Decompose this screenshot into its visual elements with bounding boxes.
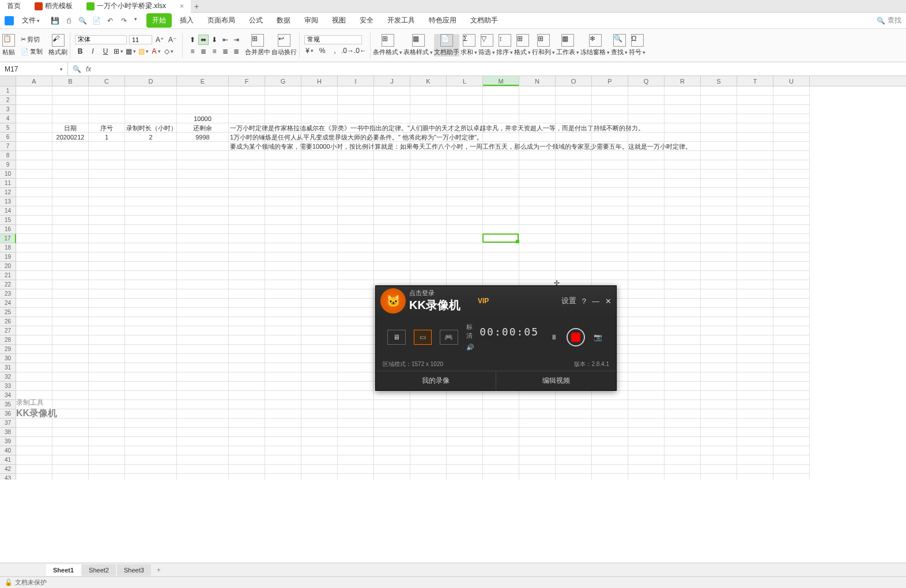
cell[interactable] (628, 474, 665, 480)
cell[interactable] (410, 225, 447, 234)
cell[interactable] (265, 363, 301, 372)
cell[interactable] (773, 160, 810, 169)
cell[interactable] (374, 243, 410, 252)
cell[interactable] (89, 409, 125, 419)
col-header-N[interactable]: N (519, 76, 556, 86)
redo-icon[interactable]: ↷ (119, 16, 129, 25)
recorder-vip-badge[interactable]: VIP (478, 297, 489, 305)
comma-icon[interactable]: , (330, 46, 340, 56)
spreadsheet-grid[interactable]: ABCDEFGHIJKLMNOPQRSTU 123456789101112131… (0, 76, 906, 480)
cell[interactable] (592, 437, 628, 446)
cell[interactable] (665, 271, 701, 280)
cell[interactable] (628, 419, 665, 428)
italic-button[interactable]: I (88, 46, 98, 56)
cell[interactable] (265, 336, 301, 345)
cell[interactable] (125, 299, 177, 308)
cell[interactable] (229, 234, 265, 243)
cell[interactable] (556, 142, 592, 151)
cell[interactable] (447, 188, 483, 197)
new-tab-button[interactable]: + (191, 2, 202, 11)
row-header-30[interactable]: 30 (0, 354, 16, 363)
cell[interactable] (125, 262, 177, 271)
cell[interactable] (229, 437, 265, 446)
cell[interactable] (592, 197, 628, 206)
cell[interactable] (592, 133, 628, 142)
row-header-22[interactable]: 22 (0, 280, 16, 289)
cell[interactable] (447, 455, 483, 465)
quick-dropdown[interactable]: ▾ (134, 16, 137, 25)
cell[interactable] (301, 437, 338, 446)
cell[interactable] (737, 465, 773, 474)
cell[interactable] (301, 336, 338, 345)
cell[interactable] (519, 114, 556, 123)
cell[interactable] (737, 96, 773, 105)
cell[interactable] (447, 419, 483, 428)
cell[interactable] (628, 326, 665, 336)
col-header-I[interactable]: I (338, 76, 374, 86)
cell[interactable] (229, 299, 265, 308)
row-header-19[interactable]: 19 (0, 252, 16, 262)
cell[interactable] (265, 105, 301, 114)
cell[interactable] (177, 142, 229, 151)
cell[interactable] (229, 345, 265, 354)
cell[interactable] (592, 271, 628, 280)
cell[interactable] (447, 474, 483, 480)
underline-button[interactable]: U (100, 46, 111, 56)
copy-button[interactable]: 📄复制 (18, 46, 45, 57)
cell[interactable] (125, 354, 177, 363)
cell[interactable] (410, 123, 447, 133)
cell[interactable] (773, 271, 810, 280)
cell[interactable] (125, 280, 177, 289)
cell[interactable] (89, 142, 125, 151)
cell[interactable] (301, 96, 338, 105)
cell[interactable] (177, 382, 229, 391)
cell[interactable] (52, 400, 89, 409)
col-header-O[interactable]: O (556, 76, 592, 86)
cell[interactable] (665, 336, 701, 345)
cell[interactable] (52, 336, 89, 345)
row-col-button[interactable]: ⊞行和列▾ (532, 34, 555, 56)
cell[interactable] (89, 382, 125, 391)
row-header-1[interactable]: 1 (0, 86, 16, 96)
row-header-20[interactable]: 20 (0, 262, 16, 271)
cell[interactable] (665, 400, 701, 409)
cell[interactable] (665, 299, 701, 308)
cell[interactable] (737, 133, 773, 142)
cell[interactable] (628, 271, 665, 280)
cell[interactable] (410, 179, 447, 188)
cell[interactable] (265, 216, 301, 225)
tab-template[interactable]: 稻壳模板 (28, 0, 80, 13)
cell[interactable] (773, 354, 810, 363)
cell[interactable] (628, 428, 665, 437)
cell[interactable] (628, 252, 665, 262)
cell[interactable] (89, 299, 125, 308)
cell[interactable] (447, 271, 483, 280)
cell-style-button[interactable]: ▦▾ (126, 46, 136, 56)
cell[interactable] (519, 86, 556, 96)
cell[interactable] (374, 262, 410, 271)
cell[interactable] (519, 409, 556, 419)
cell[interactable] (701, 428, 737, 437)
font-shrink-icon[interactable]: A⁻ (167, 35, 178, 45)
cell[interactable] (556, 169, 592, 179)
cell[interactable] (665, 437, 701, 446)
cell[interactable] (229, 289, 265, 299)
cell[interactable] (519, 160, 556, 169)
cell[interactable] (773, 225, 810, 234)
cell[interactable] (52, 105, 89, 114)
cell[interactable] (16, 326, 52, 336)
sheet-tab-3[interactable]: Sheet3 (117, 564, 151, 576)
cell[interactable] (265, 142, 301, 151)
cell[interactable] (701, 179, 737, 188)
row-header-9[interactable]: 9 (0, 160, 16, 169)
cell[interactable] (447, 179, 483, 188)
cell[interactable] (773, 382, 810, 391)
col-header-T[interactable]: T (737, 76, 773, 86)
cell[interactable] (338, 206, 374, 216)
cell[interactable] (16, 96, 52, 105)
cell[interactable] (177, 354, 229, 363)
cell[interactable] (701, 317, 737, 326)
cell[interactable] (16, 474, 52, 480)
cell[interactable] (301, 280, 338, 289)
cell[interactable] (737, 428, 773, 437)
